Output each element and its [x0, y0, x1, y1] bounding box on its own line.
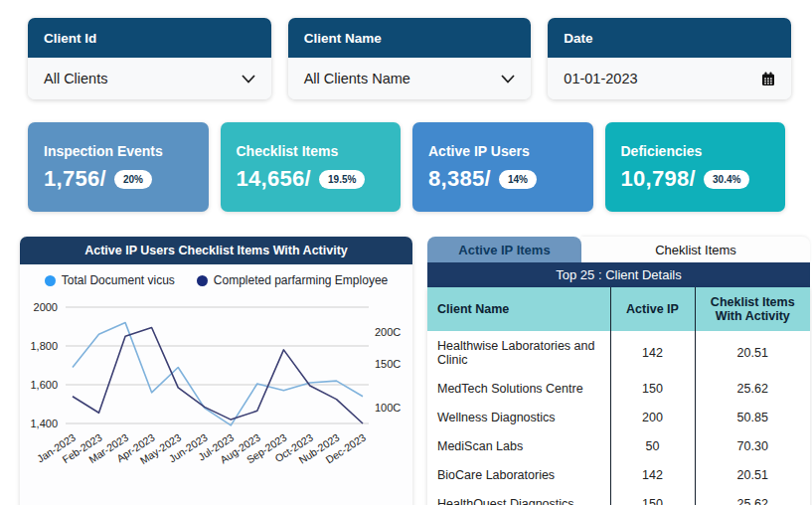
filter-date: Date 01-01-2023 — [548, 18, 791, 99]
cell-active_ip: 50 — [610, 431, 695, 460]
cell-checklist: 25.62 — [695, 374, 810, 403]
legend-dot-icon — [197, 275, 208, 286]
cell-checklist: 50.85 — [695, 403, 810, 431]
kpi-label: Active IP Users — [428, 143, 577, 159]
table-row[interactable]: MediScan Labs5070.30 — [427, 431, 810, 460]
chevron-down-icon — [501, 75, 515, 84]
cell-checklist: 25.62 — [695, 489, 810, 505]
table-title: Top 25 : Client Details — [427, 262, 810, 287]
kpi-percent-badge: 19.5% — [319, 170, 365, 189]
kpi-label: Deficiencies — [621, 143, 770, 159]
kpi-value: 14,656/ — [237, 166, 312, 192]
filter-client-name-label: Client Name — [288, 18, 532, 58]
svg-text:2000: 2000 — [34, 301, 58, 313]
svg-text:200C: 200C — [375, 326, 401, 338]
cell-client: BioCare Laboratories — [427, 460, 610, 489]
kpi-label: Checklist Items — [237, 143, 386, 159]
cell-client: MedTech Solutions Centre — [427, 374, 610, 403]
filter-client-id: Client Id All Clients — [28, 18, 271, 99]
kpi-active-ip-users: Active IP Users 8,385/ 14% — [412, 122, 593, 212]
svg-text:1,400: 1,400 — [30, 418, 58, 429]
kpi-checklist-items: Checklist Items 14,656/ 19.5% — [221, 122, 402, 212]
kpi-percent-badge: 14% — [499, 170, 537, 189]
filter-client-id-label: Client Id — [28, 18, 271, 58]
legend-dot-icon — [45, 275, 56, 286]
table-row[interactable]: HealthQuest Diagnostics15025.62 — [427, 489, 810, 505]
chart-panel: Active IP Users Checklist Items With Act… — [20, 237, 412, 505]
main-row: Active IP Users Checklist Items With Act… — [20, 237, 810, 505]
table-row[interactable]: MedTech Solutions Centre15025.62 — [427, 374, 810, 403]
chevron-down-icon — [242, 75, 255, 84]
filter-client-name: Client Name All Clients Name — [288, 18, 532, 99]
client-details-panel: Active IP Items Cheklist Items Top 25 : … — [427, 237, 810, 505]
chart-legend: Total Document vicus Completed parfarmin… — [20, 264, 412, 289]
date-value: 01-01-2023 — [564, 71, 637, 86]
tab-active-ip-items[interactable]: Active IP Items — [427, 237, 581, 262]
client-table: Client Name Active IP Cheklist Items Wit… — [427, 287, 810, 505]
chart-title: Active IP Users Checklist Items With Act… — [20, 237, 412, 264]
cell-checklist: 20.51 — [695, 460, 810, 489]
kpi-row: Inspection Events 1,756/ 20% Checklist I… — [28, 122, 785, 212]
svg-text:150C: 150C — [375, 358, 401, 370]
svg-text:100C: 100C — [375, 402, 401, 414]
kpi-value: 8,385/ — [428, 166, 491, 192]
client-name-value: All Clients Name — [304, 71, 410, 86]
kpi-value: 10,798/ — [621, 166, 697, 192]
kpi-percent-badge: 30.4% — [704, 170, 749, 189]
client-name-dropdown[interactable]: All Clients Name — [288, 58, 532, 99]
col-header-checklist-activity: Cheklist Items With Activity — [695, 287, 810, 331]
calendar-icon[interactable] — [761, 72, 775, 86]
tabs-row: Active IP Items Cheklist Items — [427, 237, 810, 262]
legend-item-total-document[interactable]: Total Document vicus — [45, 273, 175, 287]
cell-checklist: 20.51 — [695, 331, 810, 374]
cell-client: HealthQuest Diagnostics — [427, 489, 610, 505]
legend-item-completed[interactable]: Completed parfarming Employee — [197, 273, 388, 287]
legend-label: Completed parfarming Employee — [214, 273, 388, 287]
cell-active_ip: 150 — [610, 489, 695, 505]
cell-client: Wellness Diagnostics — [427, 403, 610, 431]
client-id-value: All Clients — [44, 71, 107, 86]
cell-active_ip: 142 — [610, 331, 695, 374]
tab-cheklist-items[interactable]: Cheklist Items — [581, 237, 810, 262]
date-picker[interactable]: 01-01-2023 — [548, 58, 791, 99]
cell-client: Healthwise Laboratories and Clinic — [427, 331, 610, 374]
kpi-value: 1,756/ — [44, 166, 106, 192]
filter-date-label: Date — [548, 18, 791, 58]
legend-label: Total Document vicus — [62, 273, 175, 287]
table-row[interactable]: Wellness Diagnostics20050.85 — [427, 403, 810, 431]
table-row[interactable]: Healthwise Laboratories and Clinic14220.… — [427, 331, 810, 374]
kpi-deficiencies: Deficiencies 10,798/ 30.4% — [605, 122, 786, 212]
kpi-percent-badge: 20% — [114, 170, 152, 189]
cell-active_ip: 142 — [610, 460, 695, 489]
cell-active_ip: 200 — [610, 403, 695, 431]
client-table-wrap: Client Name Active IP Cheklist Items Wit… — [427, 287, 810, 505]
client-id-dropdown[interactable]: All Clients — [28, 58, 271, 99]
table-row[interactable]: BioCare Laboratories14220.51 — [427, 460, 810, 489]
col-header-active-ip: Active IP — [610, 287, 695, 331]
cell-client: MediScan Labs — [427, 431, 610, 460]
line-chart[interactable]: 20001,8001,6001,400200C150C100CJan-2023F… — [20, 289, 412, 505]
svg-text:1,800: 1,800 — [30, 340, 58, 352]
cell-checklist: 70.30 — [695, 431, 810, 460]
kpi-label: Inspection Events — [44, 143, 193, 159]
filters-row: Client Id All Clients Client Name All Cl… — [28, 18, 791, 99]
kpi-inspection-events: Inspection Events 1,756/ 20% — [28, 122, 209, 212]
col-header-client-name: Client Name — [427, 287, 610, 331]
cell-active_ip: 150 — [610, 374, 695, 403]
svg-text:1,600: 1,600 — [30, 379, 58, 391]
